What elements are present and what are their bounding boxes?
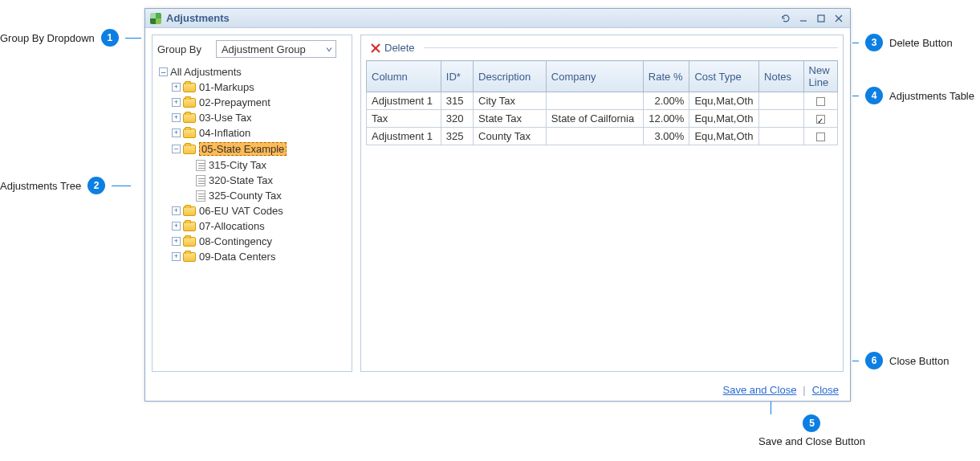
- cell-cost-type[interactable]: Equ,Mat,Oth: [689, 110, 759, 128]
- adjustments-tree[interactable]: – All Adjustments +01-Markups+02-Prepaym…: [157, 64, 348, 368]
- expand-toggle[interactable]: +: [172, 237, 181, 246]
- toolbar-separator: [424, 47, 838, 49]
- cell-cost-type[interactable]: Equ,Mat,Oth: [689, 128, 759, 145]
- expand-toggle[interactable]: –: [172, 145, 181, 153]
- cell-id[interactable]: 315: [441, 92, 473, 110]
- folder-label: 09-Data Centers: [199, 251, 275, 263]
- cell-description[interactable]: County Tax: [474, 128, 547, 145]
- tree-folder[interactable]: +08-Contingency: [172, 234, 348, 249]
- table-row[interactable]: Adjustment 1325County Tax3.00%Equ,Mat,Ot…: [367, 128, 838, 145]
- save-and-close-button[interactable]: Save and Close: [723, 384, 797, 396]
- cell-rate[interactable]: 2.00%: [643, 92, 689, 110]
- folder-label: 05-State Example: [199, 142, 287, 156]
- cell-company[interactable]: [546, 128, 643, 145]
- table-row[interactable]: Adjustment 1315City Tax2.00%Equ,Mat,Oth: [367, 92, 838, 110]
- th-notes[interactable]: Notes: [759, 61, 803, 92]
- th-id[interactable]: ID*: [441, 61, 473, 92]
- minimize-icon[interactable]: [795, 12, 811, 25]
- expand-toggle[interactable]: +: [172, 252, 181, 261]
- callout-label: Close Button: [889, 355, 949, 367]
- tree-folder[interactable]: +09-Data Centers: [172, 249, 348, 264]
- file-icon: [196, 190, 205, 202]
- cell-new-line[interactable]: [803, 128, 837, 145]
- item-label: 325-County Tax: [209, 190, 282, 202]
- tree-folder[interactable]: +06-EU VAT Codes: [172, 203, 348, 218]
- cell-company[interactable]: State of Cailfornia: [546, 110, 643, 128]
- tree-root-label: All Adjustments: [170, 66, 242, 78]
- cell-column[interactable]: Adjustment 1: [367, 128, 441, 145]
- expand-toggle[interactable]: –: [159, 67, 168, 76]
- item-label: 315-City Tax: [209, 159, 266, 171]
- cell-rate[interactable]: 12.00%: [643, 110, 689, 128]
- checkbox[interactable]: [816, 115, 825, 124]
- adjustments-window: Adjustments Group By Adjustment Group: [144, 8, 851, 402]
- tree-folder[interactable]: +04-Inflation: [172, 125, 348, 141]
- expand-toggle[interactable]: +: [172, 83, 181, 92]
- delete-button[interactable]: Delete: [366, 40, 419, 55]
- cell-new-line[interactable]: [803, 110, 837, 128]
- callout-badge: 1: [101, 29, 119, 47]
- th-new-line[interactable]: New Line: [803, 61, 837, 92]
- tree-root[interactable]: – All Adjustments: [159, 64, 348, 80]
- cell-company[interactable]: [546, 92, 643, 110]
- th-cost-type[interactable]: Cost Type: [689, 61, 759, 92]
- close-button[interactable]: Close: [812, 384, 839, 396]
- th-company[interactable]: Company: [546, 61, 643, 92]
- tree-folder[interactable]: –05-State Example: [172, 141, 348, 157]
- cell-new-line[interactable]: [803, 92, 837, 110]
- tree-folder[interactable]: +07-Allocations: [172, 218, 348, 234]
- expand-toggle[interactable]: +: [172, 129, 181, 137]
- item-label: 320-State Tax: [209, 174, 273, 186]
- cell-notes[interactable]: [759, 110, 803, 128]
- tree-panel: Group By Adjustment Group – All Adjustme…: [152, 35, 352, 372]
- expand-toggle[interactable]: +: [172, 206, 181, 215]
- th-column[interactable]: Column: [367, 61, 441, 92]
- th-rate[interactable]: Rate %: [643, 61, 689, 92]
- callout-label: Save and Close Button: [758, 435, 865, 447]
- tree-item[interactable]: 320-State Tax: [185, 173, 348, 188]
- tree-folder[interactable]: +03-Use Tax: [172, 110, 348, 125]
- file-icon: [196, 160, 205, 171]
- cell-notes[interactable]: [759, 128, 803, 145]
- checkbox[interactable]: [816, 97, 825, 106]
- tree-item[interactable]: 315-City Tax: [185, 157, 348, 173]
- cell-rate[interactable]: 3.00%: [643, 128, 689, 145]
- folder-label: 06-EU VAT Codes: [199, 205, 283, 217]
- folder-label: 01-Markups: [199, 81, 254, 93]
- tree-item[interactable]: 325-County Tax: [185, 188, 348, 203]
- dropdown-value: Adjustment Group: [222, 43, 306, 55]
- cell-notes[interactable]: [759, 92, 803, 110]
- cell-cost-type[interactable]: Equ,Mat,Oth: [689, 92, 759, 110]
- table-row[interactable]: Tax320State TaxState of Cailfornia12.00%…: [367, 110, 838, 128]
- callout-label: Adjustments Tree: [0, 180, 81, 192]
- expand-toggle[interactable]: +: [172, 98, 181, 107]
- callout-label: Adjustments Table: [889, 90, 974, 102]
- tree-folder[interactable]: +02-Prepayment: [172, 95, 348, 110]
- cell-column[interactable]: Tax: [367, 110, 441, 128]
- group-by-dropdown[interactable]: Adjustment Group: [216, 40, 336, 58]
- folder-icon: [183, 145, 196, 154]
- delete-x-icon: [370, 43, 381, 54]
- cell-column[interactable]: Adjustment 1: [367, 92, 441, 110]
- cell-id[interactable]: 320: [441, 110, 473, 128]
- expand-toggle[interactable]: +: [172, 113, 181, 122]
- folder-icon: [183, 252, 196, 262]
- group-by-label: Group By: [157, 43, 201, 55]
- callout-label: Delete Button: [889, 37, 953, 49]
- refresh-icon[interactable]: [778, 12, 794, 25]
- maximize-icon[interactable]: [813, 12, 829, 25]
- expand-toggle[interactable]: +: [172, 222, 181, 230]
- checkbox[interactable]: [816, 133, 825, 141]
- folder-icon: [183, 83, 196, 92]
- cell-id[interactable]: 325: [441, 128, 473, 145]
- callout-badge: 3: [865, 34, 883, 51]
- cell-description[interactable]: State Tax: [474, 110, 547, 128]
- cell-description[interactable]: City Tax: [474, 92, 547, 110]
- th-description[interactable]: Description: [474, 61, 547, 92]
- folder-label: 02-Prepayment: [199, 96, 270, 108]
- file-icon: [196, 175, 205, 186]
- tree-folder[interactable]: +01-Markups: [172, 80, 348, 95]
- close-icon[interactable]: [831, 12, 847, 25]
- callout-badge: 4: [865, 87, 883, 104]
- folder-icon: [183, 113, 196, 123]
